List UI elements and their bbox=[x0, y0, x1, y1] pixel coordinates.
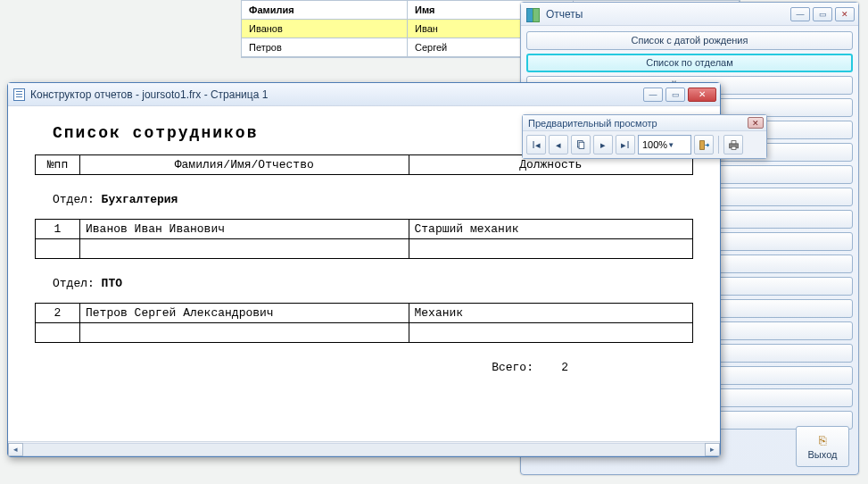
section-label: Отдел: ПТО bbox=[53, 277, 693, 290]
preview-toolbar[interactable]: Предварительный просмотр ✕ I◂ ◂ ▸ ▸I 100… bbox=[522, 114, 767, 159]
horizontal-scrollbar[interactable]: ◂ ▸ bbox=[8, 441, 720, 456]
grid-col-1: Фамилия bbox=[242, 1, 408, 20]
goto-page-button[interactable] bbox=[571, 135, 591, 154]
close-preview-button[interactable] bbox=[694, 135, 714, 154]
svg-rect-4 bbox=[732, 140, 736, 143]
cell-empty bbox=[36, 323, 80, 343]
zoom-value: 100% bbox=[642, 139, 667, 150]
reports-title: Отчеты bbox=[546, 8, 790, 21]
scroll-right-button[interactable]: ▸ bbox=[705, 443, 720, 456]
cell-post: Механик bbox=[409, 304, 693, 323]
col-number: №пп bbox=[36, 155, 80, 175]
cell-post: Старший механик bbox=[409, 220, 693, 239]
first-page-button[interactable]: I◂ bbox=[526, 135, 546, 154]
next-page-button[interactable]: ▸ bbox=[593, 135, 613, 154]
print-button[interactable] bbox=[723, 135, 743, 154]
scroll-track[interactable] bbox=[23, 443, 705, 456]
prev-page-button[interactable]: ◂ bbox=[549, 135, 568, 154]
table-row bbox=[36, 239, 693, 259]
table-row: 1Иванов Иван ИвановичСтарший механик bbox=[36, 220, 693, 239]
maximize-button[interactable]: ▭ bbox=[665, 88, 685, 102]
svg-rect-1 bbox=[579, 142, 584, 148]
col-fio: Фамилия/Имя/Отчество bbox=[80, 155, 409, 175]
cell-empty bbox=[80, 323, 409, 343]
close-button[interactable]: ✕ bbox=[835, 7, 855, 21]
cell-number: 1 bbox=[36, 220, 80, 239]
total-label: Всего: bbox=[492, 361, 533, 374]
cell-empty bbox=[409, 239, 693, 259]
preview-title: Предварительный просмотр bbox=[528, 118, 748, 129]
preview-titlebar[interactable]: Предварительный просмотр ✕ bbox=[523, 115, 766, 131]
section-label: Отдел: Бухгалтерия bbox=[53, 193, 693, 206]
last-page-button[interactable]: ▸I bbox=[616, 135, 635, 154]
total-value: 2 bbox=[561, 361, 568, 374]
designer-title: Конструктор отчетов - joursoto1.frx - Ст… bbox=[30, 88, 643, 101]
table-row: 2Петров Сергей АлександровичМеханик bbox=[36, 304, 693, 323]
printer-icon bbox=[728, 139, 740, 151]
report-button[interactable]: Список по отделам bbox=[526, 54, 853, 72]
exit-icon: ⎘ bbox=[819, 433, 826, 447]
section-table: 2Петров Сергей АлександровичМеханик bbox=[35, 303, 693, 343]
exit-label: Выход bbox=[808, 449, 838, 460]
designer-titlebar[interactable]: Конструктор отчетов - joursoto1.frx - Ст… bbox=[8, 83, 720, 106]
cell-empty bbox=[409, 323, 693, 343]
goto-icon bbox=[575, 139, 587, 151]
cell-fio: Петров Сергей Александрович bbox=[80, 304, 409, 323]
total-row: Всего: 2 bbox=[35, 361, 693, 374]
minimize-button[interactable]: — bbox=[790, 7, 810, 21]
cell-empty bbox=[80, 239, 409, 259]
cell-number: 2 bbox=[36, 304, 80, 323]
separator bbox=[718, 136, 719, 154]
cell-empty bbox=[36, 239, 80, 259]
svg-rect-5 bbox=[732, 146, 736, 149]
svg-rect-2 bbox=[699, 140, 704, 149]
reports-icon bbox=[526, 8, 541, 21]
cell-fio: Иванов Иван Иванович bbox=[80, 220, 409, 239]
report-button[interactable]: Список с датой рождения bbox=[526, 31, 853, 50]
document-icon bbox=[13, 88, 25, 101]
maximize-button[interactable]: ▭ bbox=[813, 7, 832, 21]
zoom-combo[interactable]: 100% ▼ bbox=[638, 135, 691, 154]
section-table: 1Иванов Иван ИвановичСтарший механик bbox=[35, 219, 693, 259]
door-exit-icon bbox=[699, 139, 710, 151]
table-row bbox=[36, 323, 693, 343]
close-button[interactable]: ✕ bbox=[688, 88, 716, 102]
exit-button[interactable]: ⎘ Выход bbox=[796, 426, 849, 467]
scroll-left-button[interactable]: ◂ bbox=[8, 443, 23, 456]
chevron-down-icon[interactable]: ▼ bbox=[667, 141, 687, 149]
minimize-button[interactable]: — bbox=[643, 88, 663, 102]
preview-close-button[interactable]: ✕ bbox=[748, 117, 764, 129]
reports-titlebar[interactable]: Отчеты — ▭ ✕ bbox=[521, 3, 858, 26]
